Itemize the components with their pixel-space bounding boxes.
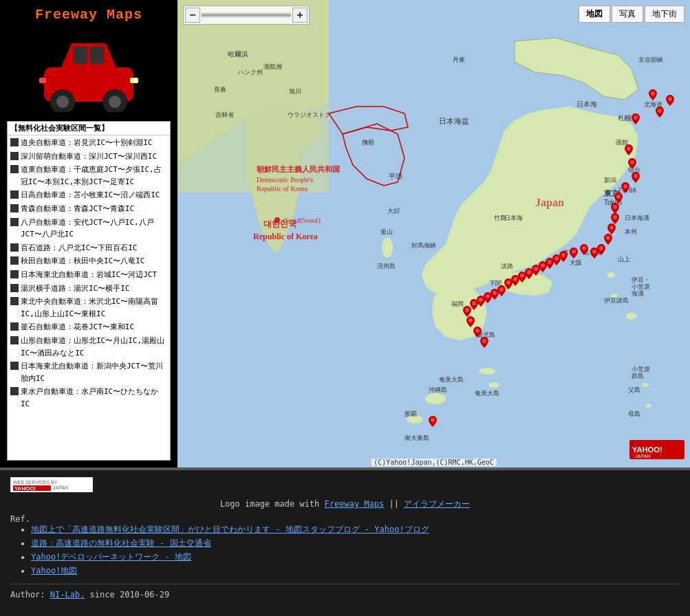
svg-text:函館: 函館 — [616, 139, 628, 146]
yahoo-services-badge: WEB SERVICES BY YAHOO! JAPAN — [10, 477, 680, 494]
svg-point-19 — [646, 404, 651, 408]
list-item[interactable]: 東北中央自動車道：米沢北IC〜南陽高畠IC,山形上山IC〜東根IC — [10, 296, 167, 320]
ref-list: 地図上で「高速道路無料化社会実験区間」がひと目でわかります - 地図スタッフブロ… — [10, 524, 680, 577]
map-type-photo-button[interactable]: 写真 — [612, 6, 643, 23]
list-item[interactable]: 湯沢横手道路：湯沢IC〜横手IC — [10, 283, 167, 295]
svg-text:Republic of Korea: Republic of Korea — [253, 232, 318, 241]
svg-text:WEB SERVICES BY: WEB SERVICES BY — [13, 480, 58, 485]
map-type-underground-button[interactable]: 地下街 — [645, 6, 684, 23]
svg-text:母島: 母島 — [628, 410, 640, 417]
list-item-text: 日本海東北自動車道：新潟中央JCT〜荒川胎内IC — [21, 360, 167, 384]
checkbox-icon — [10, 336, 19, 344]
svg-text:吉林省: 吉林省 — [215, 111, 234, 118]
svg-text:京都: 京都 — [563, 249, 575, 256]
map-copyright: (C)Yahoo!Japan,(C)RMC,HK,GeoC — [371, 459, 497, 466]
svg-text:渤凱洲: 渤凱洲 — [263, 63, 282, 70]
list-item[interactable]: 百石道路：八戸北IC〜下田百石IC — [10, 242, 167, 254]
checkbox-icon — [10, 270, 19, 278]
list-item[interactable]: 釜石自動車道：花巻JCT〜東和IC — [10, 321, 167, 333]
svg-text:対馬海峡: 対馬海峡 — [411, 242, 436, 249]
list-item[interactable]: 深川留萌自動車道：深川JCT〜深川西IC — [10, 151, 167, 163]
ailabmaker-link[interactable]: アイラブメーカー — [404, 499, 470, 509]
checkbox-icon — [10, 387, 19, 395]
checkbox-icon — [10, 152, 19, 160]
svg-point-17 — [626, 313, 637, 320]
map-type-buttons[interactable]: 地図 写真 地下街 — [579, 6, 684, 23]
checkbox-icon — [10, 165, 19, 173]
list-item[interactable]: 山形自動車道：山形北IC〜月山IC,湯殿山IC〜酒田みなとIC — [10, 335, 167, 359]
zoom-in-button[interactable]: + — [292, 8, 308, 23]
list-item-text: 湯沢横手道路：湯沢IC〜横手IC — [21, 283, 130, 295]
list-item[interactable]: 道東自動車道：千歳恵庭JCT〜夕張IC,占冠IC〜本別IC,本別JCT〜足寄IC — [10, 164, 167, 188]
freeway-list-panel[interactable]: 【無料化社会実験区間一覧】 道央自動車道：岩見沢IC〜十別剣淵IC深川留萌自動車… — [7, 121, 171, 461]
map-type-map-button[interactable]: 地図 — [579, 6, 610, 23]
svg-text:日本海: 日本海 — [504, 214, 523, 221]
svg-text:ハンク州: ハンク州 — [237, 69, 263, 76]
checkbox-icon — [10, 256, 19, 265]
svg-text:Democratic People's: Democratic People's — [257, 176, 313, 184]
svg-text:下関: 下関 — [489, 280, 502, 287]
svg-text:撫順: 撫順 — [362, 139, 374, 146]
list-item-text: 百石道路：八戸北IC〜下田百石IC — [21, 242, 138, 254]
list-item-text: 東水戸自動車道：水戸南IC〜ひたちなかIC — [21, 386, 167, 410]
svg-text:ウラジオストク: ウラジオストク — [288, 111, 331, 118]
list-item[interactable]: 日本海東北自動車道：新潟中央JCT〜荒川胎内IC — [10, 360, 167, 384]
map-container[interactable]: 朝鮮民主主義人民共和国 Democratic People's Republic… — [177, 0, 690, 468]
ref-link[interactable]: 地図上で「高速道路無料化社会実験区間」がひと目でわかります - 地図スタッフブロ… — [31, 525, 429, 534]
svg-text:那覇: 那覇 — [405, 410, 417, 417]
svg-point-18 — [642, 383, 649, 387]
ref-list-item: 地図上で「高速道路無料化社会実験区間」がひと目でわかります - 地図スタッフブロ… — [31, 524, 680, 536]
freeway-list-content[interactable]: 道央自動車道：岩見沢IC〜十別剣淵IC深川留萌自動車道：深川JCT〜深川西IC道… — [8, 135, 170, 460]
svg-text:朝鮮民主主義人民共和国: 朝鮮民主主義人民共和国 — [257, 165, 340, 173]
author-prefix: Author: — [10, 590, 50, 600]
svg-text:福岡: 福岡 — [451, 300, 464, 307]
svg-text:本州: 本州 — [625, 228, 637, 235]
svg-text:伊豆諸島: 伊豆諸島 — [604, 297, 629, 304]
ref-list-item: Yahoo!デベロッパーネットワーク - 地図 — [31, 551, 680, 563]
ref-link[interactable]: Yahoo!デベロッパーネットワーク - 地図 — [31, 552, 191, 562]
svg-text:奄美大島: 奄美大島 — [475, 390, 499, 397]
svg-rect-7 — [130, 78, 138, 83]
map-controls[interactable]: − + — [183, 6, 310, 25]
zoom-out-button[interactable]: − — [185, 8, 200, 23]
ref-link[interactable]: Yahoo!地図 — [31, 566, 77, 575]
svg-text:日本海盆: 日本海盆 — [439, 117, 469, 126]
list-item[interactable]: 秋田自動車道：秋田中央IC〜八竜IC — [10, 255, 167, 267]
yahoo-watermark: YAHOO! JAPAN — [629, 439, 684, 462]
author-link[interactable]: NI-Lab. — [50, 590, 85, 600]
checkbox-icon — [10, 297, 19, 305]
ref-list-item: Yahoo!地図 — [31, 565, 680, 577]
list-item[interactable]: 道央自動車道：岩見沢IC〜十別剣淵IC — [10, 137, 167, 149]
svg-text:京谷部峡: 京谷部峡 — [638, 56, 663, 63]
svg-rect-8 — [39, 78, 46, 83]
svg-text:大邱: 大邱 — [387, 208, 400, 214]
svg-text:長春: 長春 — [214, 86, 226, 93]
checkbox-icon — [10, 362, 19, 370]
list-item[interactable]: 日本海東北自動車道：岩城IC〜河辺JCT — [10, 269, 167, 281]
list-item-text: 青森自動車道：青森JCT〜青森IC — [21, 203, 134, 215]
ref-link[interactable]: 道路：高速道路の無料化社会実験 - 国土交通省 — [31, 538, 211, 548]
svg-text:伊豆・: 伊豆・ — [632, 276, 650, 283]
freeway-maps-link[interactable]: Freeway Maps — [325, 499, 385, 509]
svg-text:釜山: 釜山 — [380, 228, 393, 235]
svg-text:小笠原: 小笠原 — [632, 283, 650, 290]
svg-text:新潟: 新潟 — [604, 177, 616, 184]
map-svg: 朝鮮民主主義人民共和国 Democratic People's Republic… — [177, 0, 690, 468]
svg-text:父島: 父島 — [628, 386, 640, 393]
svg-text:27766: 27766 — [618, 187, 636, 194]
list-item[interactable]: 八戸自動車道：安代JCT〜八戸IC,八戸JCT〜八戸北IC — [10, 217, 167, 241]
footer-logo-line: Logo image made with Freeway Maps || アイラ… — [10, 498, 680, 510]
footer-author: Author: NI-Lab. since 2010-06-29 — [10, 584, 680, 600]
svg-text:北海道: 北海道 — [644, 101, 662, 108]
zoom-slider[interactable] — [202, 12, 291, 18]
svg-text:丹東: 丹東 — [453, 56, 465, 63]
list-item[interactable]: 東水戸自動車道：水戸南IC〜ひたちなかIC — [10, 386, 167, 410]
list-item-text: 深川留萌自動車道：深川JCT〜深川西IC — [21, 151, 157, 163]
list-item[interactable]: 日高自動車道：苫小牧東IC〜沼ノ端西IC — [10, 189, 167, 201]
svg-text:Republic of Korea: Republic of Korea — [257, 185, 308, 192]
svg-text:日本海溝: 日本海溝 — [625, 214, 649, 221]
svg-text:名古屋: 名古屋 — [583, 249, 602, 256]
car-icon-container — [34, 30, 144, 114]
list-item[interactable]: 青森自動車道：青森JCT〜青森IC — [10, 203, 167, 215]
checkbox-icon — [10, 190, 19, 199]
